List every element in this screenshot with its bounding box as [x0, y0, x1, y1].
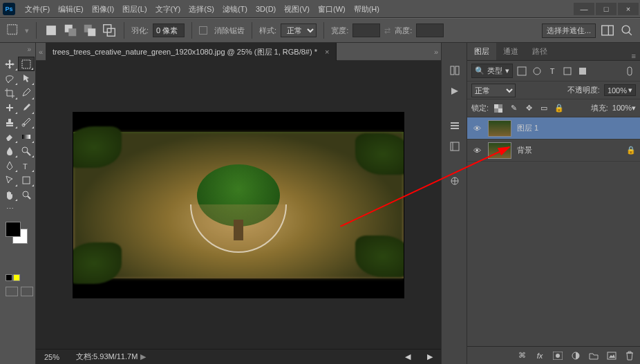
pen-tool[interactable]	[1, 158, 18, 173]
visibility-icon[interactable]: 👁	[471, 146, 482, 155]
scroll-left-icon[interactable]: ◀	[405, 352, 411, 361]
layer-name[interactable]: 背景	[517, 145, 532, 155]
menu-layer[interactable]: 图层(L)	[118, 0, 151, 18]
dodge-tool[interactable]	[18, 144, 35, 158]
type-tool[interactable]: T	[18, 158, 35, 173]
menu-type[interactable]: 文字(Y)	[151, 0, 185, 18]
layer-mask-icon[interactable]	[552, 349, 564, 362]
subtract-selection-icon[interactable]	[82, 23, 97, 38]
tab-paths[interactable]: 路径	[525, 43, 554, 60]
filter-smart-icon[interactable]	[576, 65, 589, 77]
opacity-input[interactable]: 100%▾	[604, 84, 636, 96]
style-select[interactable]: 正常	[281, 23, 317, 37]
dock-icon-learn[interactable]	[442, 61, 468, 80]
canvas[interactable]	[36, 61, 441, 349]
menu-window[interactable]: 窗口(W)	[314, 0, 350, 18]
eraser-tool[interactable]	[1, 129, 18, 144]
standard-mode-icon[interactable]	[6, 287, 18, 296]
gradient-tool[interactable]	[18, 129, 35, 144]
color-swatches[interactable]	[1, 222, 34, 247]
menu-edit[interactable]: 编辑(E)	[54, 0, 88, 18]
brush-tool[interactable]	[18, 100, 35, 115]
document-tab[interactable]: trees_trees_creative_nature_green_1920x1…	[46, 43, 337, 61]
menu-select[interactable]: 选择(S)	[185, 0, 218, 18]
layer-style-icon[interactable]: fx	[534, 349, 546, 362]
edit-toolbar-icon[interactable]: ⋯	[1, 202, 18, 216]
search-icon[interactable]	[619, 23, 634, 38]
toolbox-collapse-icon[interactable]: »	[1, 46, 34, 57]
lock-all-icon[interactable]: 🔒	[554, 103, 565, 114]
add-selection-icon[interactable]	[63, 23, 78, 38]
lock-image-icon[interactable]: ✎	[508, 103, 519, 114]
crop-tool[interactable]	[1, 86, 18, 100]
mini-swatch-2[interactable]	[13, 274, 20, 281]
lock-artboard-icon[interactable]: ▭	[538, 103, 549, 114]
foreground-swatch[interactable]	[6, 222, 21, 237]
menu-image[interactable]: 图像(I)	[88, 0, 118, 18]
quickmask-mode-icon[interactable]	[21, 287, 33, 296]
tab-next-icon[interactable]: »	[431, 48, 441, 56]
menu-view[interactable]: 视图(V)	[280, 0, 314, 18]
dock-icon-play[interactable]	[442, 82, 468, 101]
zoom-level[interactable]: 25%	[44, 353, 59, 361]
status-menu-icon[interactable]: ▶	[140, 352, 146, 361]
adjustment-layer-icon[interactable]	[570, 349, 582, 362]
tab-prev-icon[interactable]: «	[36, 48, 46, 56]
lock-position-icon[interactable]: ✥	[523, 103, 534, 114]
tool-preset-button[interactable]	[6, 23, 21, 38]
new-selection-icon[interactable]	[44, 23, 59, 38]
shape-tool[interactable]	[18, 173, 35, 187]
tab-channels[interactable]: 通道	[496, 43, 525, 60]
dock-icon-properties[interactable]	[442, 137, 468, 156]
panel-menu-icon[interactable]: ≡	[628, 52, 640, 60]
link-layers-icon[interactable]: ⌘	[516, 349, 528, 362]
filter-pixel-icon[interactable]	[516, 65, 528, 77]
blend-mode-select[interactable]: 正常	[471, 84, 516, 97]
marquee-tool[interactable]	[18, 57, 35, 71]
feather-input[interactable]	[153, 23, 185, 37]
blur-tool[interactable]	[1, 144, 18, 158]
zoom-tool[interactable]	[18, 187, 35, 202]
menu-filter[interactable]: 滤镜(T)	[218, 0, 252, 18]
visibility-icon[interactable]: 👁	[471, 124, 482, 133]
dock-icon-history[interactable]	[442, 116, 468, 135]
select-and-mask-button[interactable]: 选择并遮住...	[542, 23, 596, 38]
lasso-tool[interactable]	[1, 71, 18, 86]
hand-tool[interactable]	[1, 187, 18, 202]
menu-help[interactable]: 帮助(H)	[350, 0, 384, 18]
move-tool[interactable]	[1, 57, 18, 71]
workspace-icon[interactable]	[600, 23, 615, 38]
stamp-tool[interactable]	[1, 115, 18, 129]
layer-filter-select[interactable]: 🔍类型▾	[471, 64, 513, 78]
fill-input[interactable]: 100%▾	[612, 104, 636, 113]
layer-row[interactable]: 👁 图层 1	[467, 117, 640, 140]
layer-thumbnail[interactable]	[488, 120, 511, 137]
layer-thumbnail[interactable]	[488, 142, 511, 159]
filter-shape-icon[interactable]	[561, 65, 574, 77]
scroll-right-icon[interactable]: ▶	[427, 352, 433, 361]
mini-swatch-1[interactable]	[6, 274, 12, 281]
maximize-button[interactable]: □	[596, 3, 617, 15]
minimize-button[interactable]: —	[574, 3, 594, 15]
lock-transparency-icon[interactable]	[493, 103, 504, 114]
close-button[interactable]: ×	[618, 3, 639, 15]
healing-tool[interactable]	[1, 100, 18, 115]
layer-name[interactable]: 图层 1	[517, 123, 538, 133]
layer-row[interactable]: 👁 背景 🔒	[467, 140, 640, 162]
delete-layer-icon[interactable]	[623, 349, 636, 362]
menu-file[interactable]: 文件(F)	[21, 0, 54, 18]
new-layer-icon[interactable]	[605, 349, 618, 362]
dock-icon-adjustments[interactable]	[442, 171, 468, 191]
quick-select-tool[interactable]	[18, 71, 35, 86]
tab-layers[interactable]: 图层	[467, 43, 496, 60]
filter-adjustment-icon[interactable]	[531, 65, 543, 77]
intersect-selection-icon[interactable]	[102, 23, 117, 38]
menu-3d[interactable]: 3D(D)	[252, 0, 280, 18]
path-select-tool[interactable]	[1, 173, 18, 187]
group-icon[interactable]	[587, 349, 600, 362]
filter-toggle-icon[interactable]	[623, 65, 636, 77]
close-tab-icon[interactable]: ×	[325, 48, 329, 56]
history-brush-tool[interactable]	[18, 115, 35, 129]
filter-type-icon[interactable]: T	[546, 65, 558, 77]
eyedropper-tool[interactable]	[18, 86, 35, 100]
